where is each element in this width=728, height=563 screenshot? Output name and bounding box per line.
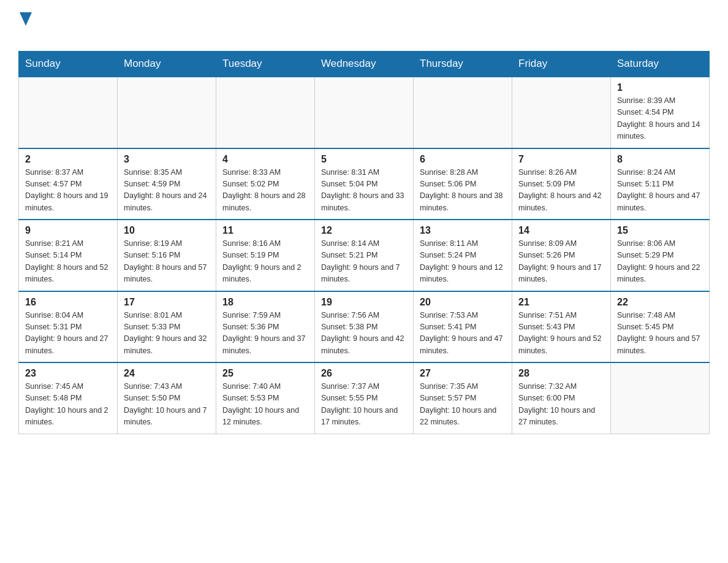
- calendar-cell: 17Sunrise: 8:01 AM Sunset: 5:33 PM Dayli…: [118, 291, 216, 363]
- day-info: Sunrise: 8:19 AM Sunset: 5:16 PM Dayligh…: [124, 238, 210, 286]
- calendar-cell: 3Sunrise: 8:35 AM Sunset: 4:59 PM Daylig…: [118, 148, 216, 220]
- header-saturday: Saturday: [611, 52, 710, 77]
- day-info: Sunrise: 7:53 AM Sunset: 5:41 PM Dayligh…: [420, 310, 506, 358]
- calendar-cell: 5Sunrise: 8:31 AM Sunset: 5:04 PM Daylig…: [315, 148, 414, 220]
- day-number: 7: [518, 154, 604, 165]
- day-number: 15: [617, 225, 703, 236]
- day-number: 14: [518, 225, 604, 236]
- calendar-cell: [315, 77, 414, 148]
- calendar-cell: 18Sunrise: 7:59 AM Sunset: 5:36 PM Dayli…: [216, 291, 315, 363]
- calendar-cell: 27Sunrise: 7:35 AM Sunset: 5:57 PM Dayli…: [414, 362, 512, 434]
- calendar-cell: 4Sunrise: 8:33 AM Sunset: 5:02 PM Daylig…: [216, 148, 315, 220]
- calendar-cell: 15Sunrise: 8:06 AM Sunset: 5:29 PM Dayli…: [611, 220, 710, 291]
- calendar-cell: 19Sunrise: 7:56 AM Sunset: 5:38 PM Dayli…: [315, 291, 414, 363]
- day-number: 17: [124, 297, 210, 308]
- day-info: Sunrise: 8:09 AM Sunset: 5:26 PM Dayligh…: [518, 238, 604, 286]
- day-number: 28: [518, 368, 604, 379]
- day-number: 23: [25, 368, 111, 379]
- day-number: 26: [321, 368, 407, 379]
- day-number: 22: [617, 297, 703, 308]
- day-number: 8: [617, 154, 703, 165]
- calendar-cell: 1Sunrise: 8:39 AM Sunset: 4:54 PM Daylig…: [611, 77, 710, 148]
- day-info: Sunrise: 8:06 AM Sunset: 5:29 PM Dayligh…: [617, 238, 703, 286]
- day-number: 20: [420, 297, 506, 308]
- week-row-2: 9Sunrise: 8:21 AM Sunset: 5:14 PM Daylig…: [19, 220, 710, 291]
- day-info: Sunrise: 8:35 AM Sunset: 4:59 PM Dayligh…: [124, 167, 210, 215]
- day-number: 5: [321, 154, 407, 165]
- day-info: Sunrise: 7:35 AM Sunset: 5:57 PM Dayligh…: [420, 381, 506, 429]
- calendar-cell: [611, 362, 710, 434]
- calendar-cell: 10Sunrise: 8:19 AM Sunset: 5:16 PM Dayli…: [118, 220, 216, 291]
- calendar-cell: 6Sunrise: 8:28 AM Sunset: 5:06 PM Daylig…: [414, 148, 512, 220]
- logo-arrow: [20, 12, 32, 26]
- day-number: 24: [124, 368, 210, 379]
- page-header: [18, 12, 710, 45]
- header-monday: Monday: [118, 52, 216, 77]
- calendar-cell: 20Sunrise: 7:53 AM Sunset: 5:41 PM Dayli…: [414, 291, 512, 363]
- day-info: Sunrise: 8:14 AM Sunset: 5:21 PM Dayligh…: [321, 238, 407, 286]
- days-header-row: Sunday Monday Tuesday Wednesday Thursday…: [19, 52, 710, 77]
- calendar-cell: 11Sunrise: 8:16 AM Sunset: 5:19 PM Dayli…: [216, 220, 315, 291]
- day-number: 10: [124, 225, 210, 236]
- calendar-cell: 8Sunrise: 8:24 AM Sunset: 5:11 PM Daylig…: [611, 148, 710, 220]
- week-row-4: 23Sunrise: 7:45 AM Sunset: 5:48 PM Dayli…: [19, 362, 710, 434]
- calendar-cell: 26Sunrise: 7:37 AM Sunset: 5:55 PM Dayli…: [315, 362, 414, 434]
- day-info: Sunrise: 8:01 AM Sunset: 5:33 PM Dayligh…: [124, 310, 210, 358]
- day-info: Sunrise: 8:26 AM Sunset: 5:09 PM Dayligh…: [518, 167, 604, 215]
- calendar-cell: 16Sunrise: 8:04 AM Sunset: 5:31 PM Dayli…: [19, 291, 118, 363]
- header-tuesday: Tuesday: [216, 52, 315, 77]
- day-info: Sunrise: 8:28 AM Sunset: 5:06 PM Dayligh…: [420, 167, 506, 215]
- calendar-cell: 21Sunrise: 7:51 AM Sunset: 5:43 PM Dayli…: [512, 291, 611, 363]
- day-number: 12: [321, 225, 407, 236]
- day-number: 9: [25, 225, 111, 236]
- calendar-cell: 24Sunrise: 7:43 AM Sunset: 5:50 PM Dayli…: [118, 362, 216, 434]
- day-info: Sunrise: 7:45 AM Sunset: 5:48 PM Dayligh…: [25, 381, 111, 429]
- day-info: Sunrise: 8:24 AM Sunset: 5:11 PM Dayligh…: [617, 167, 703, 215]
- day-number: 27: [420, 368, 506, 379]
- calendar-cell: [216, 77, 315, 148]
- day-number: 2: [25, 154, 111, 165]
- header-wednesday: Wednesday: [315, 52, 414, 77]
- week-row-1: 2Sunrise: 8:37 AM Sunset: 4:57 PM Daylig…: [19, 148, 710, 220]
- header-sunday: Sunday: [19, 52, 118, 77]
- day-info: Sunrise: 8:04 AM Sunset: 5:31 PM Dayligh…: [25, 310, 111, 358]
- day-number: 21: [518, 297, 604, 308]
- calendar-cell: 7Sunrise: 8:26 AM Sunset: 5:09 PM Daylig…: [512, 148, 611, 220]
- calendar-cell: [414, 77, 512, 148]
- header-thursday: Thursday: [414, 52, 512, 77]
- calendar-cell: 28Sunrise: 7:32 AM Sunset: 6:00 PM Dayli…: [512, 362, 611, 434]
- day-info: Sunrise: 7:40 AM Sunset: 5:53 PM Dayligh…: [222, 381, 308, 429]
- day-info: Sunrise: 8:39 AM Sunset: 4:54 PM Dayligh…: [617, 95, 703, 143]
- day-info: Sunrise: 7:32 AM Sunset: 6:00 PM Dayligh…: [518, 381, 604, 429]
- day-info: Sunrise: 7:56 AM Sunset: 5:38 PM Dayligh…: [321, 310, 407, 358]
- day-info: Sunrise: 8:21 AM Sunset: 5:14 PM Dayligh…: [25, 238, 111, 286]
- day-info: Sunrise: 8:37 AM Sunset: 4:57 PM Dayligh…: [25, 167, 111, 215]
- calendar-cell: 23Sunrise: 7:45 AM Sunset: 5:48 PM Dayli…: [19, 362, 118, 434]
- calendar-cell: 9Sunrise: 8:21 AM Sunset: 5:14 PM Daylig…: [19, 220, 118, 291]
- week-row-0: 1Sunrise: 8:39 AM Sunset: 4:54 PM Daylig…: [19, 77, 710, 148]
- calendar-cell: [512, 77, 611, 148]
- calendar-cell: 25Sunrise: 7:40 AM Sunset: 5:53 PM Dayli…: [216, 362, 315, 434]
- calendar-cell: 14Sunrise: 8:09 AM Sunset: 5:26 PM Dayli…: [512, 220, 611, 291]
- day-info: Sunrise: 8:16 AM Sunset: 5:19 PM Dayligh…: [222, 238, 308, 286]
- day-number: 16: [25, 297, 111, 308]
- day-info: Sunrise: 8:31 AM Sunset: 5:04 PM Dayligh…: [321, 167, 407, 215]
- day-info: Sunrise: 7:43 AM Sunset: 5:50 PM Dayligh…: [124, 381, 210, 429]
- day-info: Sunrise: 8:33 AM Sunset: 5:02 PM Dayligh…: [222, 167, 308, 215]
- day-number: 13: [420, 225, 506, 236]
- day-info: Sunrise: 8:11 AM Sunset: 5:24 PM Dayligh…: [420, 238, 506, 286]
- day-info: Sunrise: 7:51 AM Sunset: 5:43 PM Dayligh…: [518, 310, 604, 358]
- calendar-cell: 13Sunrise: 8:11 AM Sunset: 5:24 PM Dayli…: [414, 220, 512, 291]
- day-info: Sunrise: 7:59 AM Sunset: 5:36 PM Dayligh…: [222, 310, 308, 358]
- day-number: 18: [222, 297, 308, 308]
- day-number: 3: [124, 154, 210, 165]
- svg-marker-0: [20, 12, 32, 26]
- calendar-cell: 12Sunrise: 8:14 AM Sunset: 5:21 PM Dayli…: [315, 220, 414, 291]
- calendar-cell: 22Sunrise: 7:48 AM Sunset: 5:45 PM Dayli…: [611, 291, 710, 363]
- day-number: 25: [222, 368, 308, 379]
- calendar-table: Sunday Monday Tuesday Wednesday Thursday…: [18, 51, 710, 434]
- day-number: 4: [222, 154, 308, 165]
- day-number: 1: [617, 82, 703, 93]
- day-info: Sunrise: 7:37 AM Sunset: 5:55 PM Dayligh…: [321, 381, 407, 429]
- day-number: 11: [222, 225, 308, 236]
